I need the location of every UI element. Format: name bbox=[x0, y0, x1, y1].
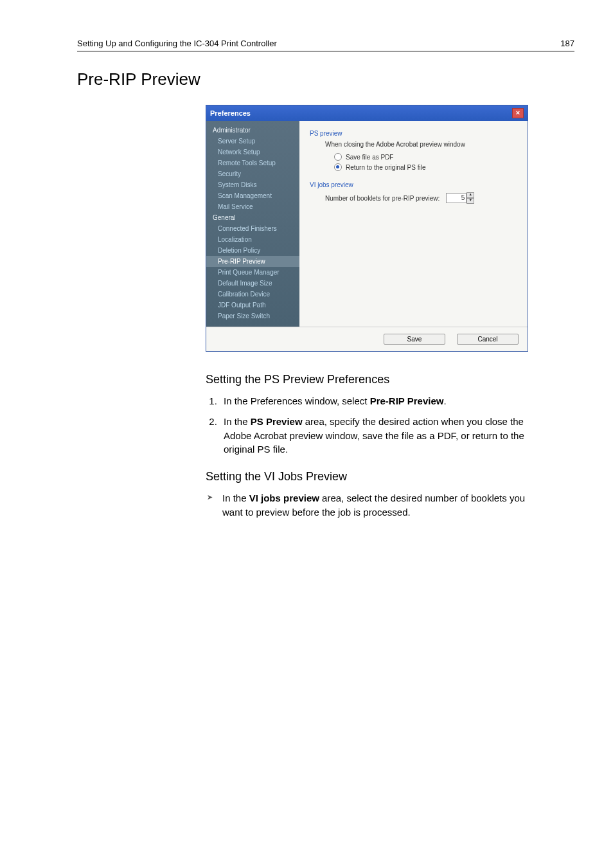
sidebar-item-pre-rip-preview[interactable]: Pre-RIP Preview bbox=[206, 256, 299, 267]
sidebar-item-localization[interactable]: Localization bbox=[206, 234, 299, 245]
preferences-content: PS preview When closing the Adobe Acroba… bbox=[299, 121, 528, 327]
ps-preview-group-title: PS preview bbox=[310, 130, 517, 137]
ps-preview-description: When closing the Adobe Acrobat preview w… bbox=[325, 141, 517, 148]
running-header: Setting Up and Configuring the IC-304 Pr… bbox=[77, 39, 574, 51]
page-number: 187 bbox=[560, 39, 574, 48]
sidebar-item-remote-tools-setup[interactable]: Remote Tools Setup bbox=[206, 158, 299, 168]
vi-booklets-label: Number of booklets for pre-RIP preview: bbox=[325, 195, 440, 202]
preferences-window: Preferences × Administrator Server Setup… bbox=[206, 105, 528, 352]
window-titlebar: Preferences × bbox=[206, 105, 528, 121]
section-title: Pre-RIP Preview bbox=[77, 69, 574, 89]
radio-save-as-pdf-label: Save file as PDF bbox=[346, 154, 393, 161]
sidebar-item-print-queue-manager[interactable]: Print Queue Manager bbox=[206, 267, 299, 278]
radio-icon[interactable] bbox=[334, 163, 342, 171]
ui-term-ps-preview: PS Preview bbox=[251, 416, 303, 427]
cancel-button[interactable]: Cancel bbox=[457, 334, 519, 345]
sidebar-category-administrator: Administrator bbox=[206, 125, 299, 136]
save-button[interactable]: Save bbox=[384, 334, 445, 345]
radio-return-ps-row[interactable]: Return to the original PS file bbox=[325, 162, 517, 172]
radio-icon[interactable] bbox=[334, 153, 342, 161]
radio-save-as-pdf-row[interactable]: Save file as PDF bbox=[325, 152, 517, 162]
sidebar-item-scan-management[interactable]: Scan Management bbox=[206, 190, 299, 201]
ui-term-pre-rip-preview: Pre-RIP Preview bbox=[370, 395, 444, 406]
sidebar-item-security[interactable]: Security bbox=[206, 168, 299, 179]
close-icon[interactable]: × bbox=[512, 108, 524, 118]
radio-return-ps-label: Return to the original PS file bbox=[346, 164, 426, 171]
subheading-ps-preview: Setting the PS Preview Preferences bbox=[206, 371, 533, 388]
step-2: In the PS Preview area, specify the desi… bbox=[220, 415, 533, 457]
subheading-vi-jobs: Setting the VI Jobs Preview bbox=[206, 468, 533, 485]
preferences-footer: Save Cancel bbox=[206, 327, 528, 351]
steps-list: In the Preferences window, select Pre-RI… bbox=[206, 394, 533, 457]
sidebar-item-connected-finishers[interactable]: Connected Finishers bbox=[206, 223, 299, 234]
spin-down-icon[interactable]: ▼ bbox=[466, 198, 474, 204]
step-1: In the Preferences window, select Pre-RI… bbox=[220, 394, 533, 408]
vi-booklets-input[interactable]: 5 bbox=[446, 193, 466, 203]
sidebar-item-system-disks[interactable]: System Disks bbox=[206, 179, 299, 190]
sidebar-item-paper-size-switch[interactable]: Paper Size Switch bbox=[206, 311, 299, 321]
vi-bullet-list: In the VI jobs preview area, select the … bbox=[206, 491, 533, 520]
running-head-text: Setting Up and Configuring the IC-304 Pr… bbox=[77, 39, 277, 48]
sidebar-item-calibration-device[interactable]: Calibration Device bbox=[206, 289, 299, 300]
sidebar-category-general: General bbox=[206, 212, 299, 223]
sidebar-item-default-image-size[interactable]: Default Image Size bbox=[206, 278, 299, 289]
sidebar-item-jdf-output-path[interactable]: JDF Output Path bbox=[206, 300, 299, 311]
vi-jobs-group-title: VI jobs preview bbox=[310, 181, 517, 188]
sidebar-item-deletion-policy[interactable]: Deletion Policy bbox=[206, 245, 299, 256]
spin-up-icon[interactable]: ▲ bbox=[466, 192, 474, 198]
window-title: Preferences bbox=[210, 109, 251, 117]
sidebar-item-mail-service[interactable]: Mail Service bbox=[206, 201, 299, 212]
preferences-sidebar: Administrator Server Setup Network Setup… bbox=[206, 121, 299, 327]
vi-bullet-item: In the VI jobs preview area, select the … bbox=[207, 491, 533, 520]
sidebar-item-server-setup[interactable]: Server Setup bbox=[206, 136, 299, 147]
sidebar-item-network-setup[interactable]: Network Setup bbox=[206, 147, 299, 158]
ui-term-vi-jobs-preview: VI jobs preview bbox=[249, 493, 319, 503]
